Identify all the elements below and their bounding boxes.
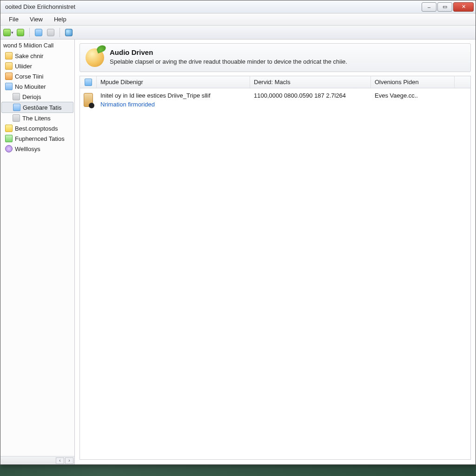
- globe-icon: [5, 145, 13, 152]
- maximize-button[interactable]: ▭: [437, 2, 452, 12]
- tree-item-selected[interactable]: Gestōare Tatis: [1, 102, 73, 113]
- toolbar-btn-3[interactable]: [33, 27, 44, 38]
- menu-help[interactable]: Help: [49, 14, 71, 24]
- tree-label: Best.comptosds: [15, 125, 58, 132]
- toolbar-btn-5[interactable]: [64, 27, 74, 38]
- refresh-icon: [3, 29, 11, 36]
- minimize-button[interactable]: –: [422, 2, 436, 12]
- tree-label: Deriojs: [22, 93, 41, 100]
- row-cell: Eves Vaege.cc..: [371, 92, 470, 108]
- menubar: File View Help: [0, 13, 476, 26]
- body-split: wond 5 Miidion Call Sake chnir Uliider C…: [0, 40, 476, 464]
- row-icon-cell: [80, 92, 97, 108]
- star-icon: [5, 125, 13, 132]
- sidebar-scrollbar: ‹ ›: [0, 456, 74, 464]
- device-icon: [5, 73, 13, 80]
- column-spacer: [455, 76, 470, 88]
- leaf-icon: [96, 44, 107, 53]
- tree-item[interactable]: Uliider: [0, 61, 74, 71]
- folder-icon: [5, 62, 13, 70]
- drive-icon: [13, 114, 20, 122]
- tree-label: Fuphernced Tatios: [15, 135, 65, 142]
- row-title: Initel oy in Id liee estices Driive_Trip…: [100, 92, 246, 99]
- titlebar: ooited Dixe Eriichonnistret – ▭ ✕: [0, 0, 476, 13]
- tree-label: The Litens: [22, 115, 51, 122]
- monitor-icon: [5, 83, 13, 90]
- column-headers: Mpude Dibenigr Dervid: Macls Olvenions P…: [80, 76, 470, 88]
- tree-heading: wond 5 Miidion Call: [0, 40, 74, 51]
- tree-item[interactable]: Fuphernced Tatios: [0, 133, 74, 144]
- toolbar-separator: [29, 28, 30, 37]
- header-icon: [85, 79, 92, 86]
- panel-header: Audio Driven Spelable clapsel or aving t…: [79, 43, 471, 72]
- category-icon: [86, 48, 104, 67]
- row-cell: Initel oy in Id liee estices Driive_Trip…: [97, 92, 250, 108]
- tree-item[interactable]: No Miouiter: [0, 81, 74, 92]
- tree: wond 5 Miidion Call Sake chnir Uliider C…: [0, 40, 74, 456]
- row-link[interactable]: Nrimation firmorided: [100, 101, 246, 108]
- tree-item[interactable]: Deriojs: [0, 92, 74, 102]
- globe-icon: [65, 29, 73, 36]
- save-icon: [17, 29, 24, 36]
- column-header[interactable]: Mpude Dibenigr: [97, 76, 250, 88]
- tree-label: Welllosys: [15, 145, 40, 152]
- window-buttons: – ▭ ✕: [422, 2, 474, 12]
- tree-label: Uliider: [15, 63, 32, 70]
- column-header[interactable]: Dervid: Macls: [250, 76, 371, 88]
- tree-item[interactable]: Best.comptosds: [0, 123, 74, 133]
- column-header[interactable]: Olvenions Piden: [371, 76, 455, 88]
- tree-item[interactable]: Corse Tiini: [0, 71, 74, 81]
- driver-icon: [84, 93, 93, 107]
- panel-header-text: Audio Driven Spelable clapsel or aving t…: [110, 48, 347, 65]
- tree-label: Corse Tiini: [15, 73, 43, 80]
- scroll-right-button[interactable]: ›: [65, 457, 73, 464]
- column-icon[interactable]: [80, 76, 97, 88]
- tree-label: Sake chnir: [15, 53, 43, 60]
- toolbar: [0, 26, 476, 40]
- tree-item[interactable]: Sake chnir: [0, 51, 74, 61]
- sidebar: wond 5 Miidion Call Sake chnir Uliider C…: [0, 40, 75, 464]
- tree-label: No Miouiter: [15, 83, 46, 90]
- row-cell: 1100,0000 0800.0590 187 2.7l264: [250, 92, 371, 108]
- panel-subtitle: Spelable clapsel or aving the drive read…: [110, 58, 347, 65]
- close-button[interactable]: ✕: [453, 2, 474, 12]
- panel-title: Audio Driven: [110, 48, 347, 56]
- toolbar-btn-2[interactable]: [15, 27, 26, 38]
- drive-icon: [13, 104, 20, 111]
- list-row[interactable]: Initel oy in Id liee estices Driive_Trip…: [80, 88, 470, 112]
- toolbar-dropdown-1[interactable]: [3, 27, 13, 38]
- menu-view[interactable]: View: [25, 14, 47, 24]
- drive-icon: [13, 93, 20, 100]
- toolbar-separator: [60, 28, 60, 37]
- app-window: ooited Dixe Eriichonnistret – ▭ ✕ File V…: [0, 0, 476, 465]
- toolbar-btn-4[interactable]: [46, 27, 56, 38]
- settings-icon: [5, 135, 13, 142]
- menu-file[interactable]: File: [4, 14, 23, 24]
- folder-icon: [5, 52, 13, 60]
- tree-item[interactable]: The Litens: [0, 113, 74, 123]
- monitor-icon: [35, 29, 42, 36]
- main-panel: Audio Driven Spelable clapsel or aving t…: [75, 40, 476, 464]
- disk-icon: [47, 29, 54, 36]
- scroll-left-button[interactable]: ‹: [56, 457, 64, 464]
- tree-label: Gestōare Tatis: [23, 104, 62, 111]
- tree-item[interactable]: Welllosys: [0, 144, 74, 154]
- window-title: ooited Dixe Eriichonnistret: [2, 3, 422, 10]
- list-view: Mpude Dibenigr Dervid: Macls Olvenions P…: [79, 76, 471, 460]
